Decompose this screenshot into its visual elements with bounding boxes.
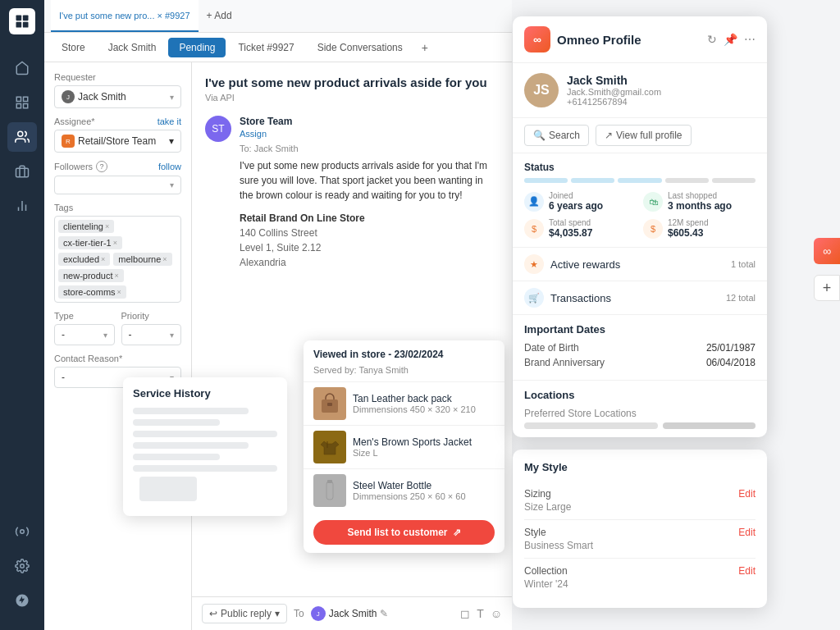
last-shopped-info: Last shopped 3 months ago [668,191,732,212]
sidebar-item-users[interactable] [7,122,37,152]
product-thumb-bag [313,387,346,420]
last-shopped-icon: 🛍 [643,192,663,212]
svg-rect-6 [24,104,28,108]
last-shopped-label: Last shopped [668,191,732,200]
tags-container[interactable]: clienteling × cx-tier-tier-1 × excluded … [54,216,181,303]
followers-label: Followers ? follow [54,161,181,172]
tag-close-icon: × [117,288,121,296]
tag-store-comms[interactable]: store-comms × [58,285,126,299]
svg-rect-9 [16,168,29,177]
requester-select[interactable]: J Jack Smith ▾ [54,85,181,108]
joined-value: 6 years ago [549,200,603,212]
sidebar-item-views[interactable] [7,88,37,117]
status-section: Status 👤 Joined 6 years ago 🛍 Last shopp… [513,153,767,248]
sh-line-1 [133,408,249,414]
reply-format-icon-1[interactable]: ◻ [460,607,470,620]
tag-close-icon: × [105,222,109,231]
tab-pending[interactable]: Pending [168,38,226,57]
tab-store[interactable]: Store [51,38,96,57]
product-item-jacket: Men's Brown Sports Jacket Size L [304,425,504,468]
sidebar-item-settings[interactable] [7,551,37,581]
reply-to-label: To [294,608,304,619]
more-icon[interactable]: ⋯ [744,33,756,46]
product-detail-bag: Dimmensions 450 × 320 × 210 [353,404,495,414]
loc-bar-1 [524,422,658,429]
last-shopped-value: 3 months ago [668,200,732,212]
tag-clienteling[interactable]: clienteling × [58,220,114,233]
reply-edit-icon[interactable]: ✎ [380,608,388,619]
sidebar-logo[interactable] [9,8,35,34]
preferred-locations-label: Preferred Store Locations [524,408,756,419]
add-panel-btn[interactable]: + [814,275,840,301]
main-ticket-tab[interactable]: I've put some new pro... × #9927 [51,0,199,32]
assignee-select[interactable]: R Retail/Store Team ▾ [54,130,181,153]
sidebar-item-reports[interactable] [7,191,37,221]
type-select[interactable]: - ▾ [54,324,115,345]
svg-rect-2 [16,22,22,28]
sizing-row: Sizing Edit Size Large [524,482,756,520]
tab-jack-smith[interactable]: Jack Smith [98,38,167,57]
sizing-edit-btn[interactable]: Edit [738,488,756,500]
joined-label: Joined [549,191,603,200]
transactions-count: 12 total [726,293,756,303]
view-full-profile-btn[interactable]: ↗ View full profile [596,125,691,146]
followers-chevron-icon: ▾ [170,180,174,189]
transactions-row[interactable]: 🛒 Transactions 12 total [513,281,767,315]
sidebar-item-home[interactable] [7,53,37,83]
omneo-sidebar-btn[interactable]: ∞ [814,238,840,264]
tag-melbourne[interactable]: melbourne × [113,253,171,266]
add-secondary-tab-btn[interactable]: + [415,38,435,57]
add-tab-btn[interactable]: + Add [199,0,240,32]
location-bars [524,422,756,429]
tag-new-product[interactable]: new-product × [58,269,124,282]
total-spend-icon: $ [524,219,544,239]
style-edit-btn[interactable]: Edit [738,527,756,538]
ticket-via: Via API [205,93,499,103]
collection-row: Collection Edit Winter '24 [524,559,756,596]
dob-row: Date of Birth 25/01/1987 [524,342,756,354]
sidebar-item-zendesk[interactable] [7,586,37,615]
follow-link[interactable]: follow [158,162,181,171]
assignee-label: Assignee* take it [54,116,181,126]
product-thumb-bottle [313,474,346,507]
reply-format-icon-2[interactable]: T [477,607,484,620]
pin-icon[interactable]: 📌 [724,33,737,46]
reply-emoji-icon[interactable]: ☺ [491,607,502,620]
search-profile-btn[interactable]: 🔍 Search [524,125,589,146]
send-list-btn[interactable]: Send list to customer ⇗ [313,520,495,545]
tab-ticket-number[interactable]: Ticket #9927 [227,38,304,57]
viewed-header: Viewed in store - 23/02/2024 [304,340,504,365]
dob-label: Date of Birth [524,342,579,354]
main-tab-bar: I've put some new pro... × #9927 + Add [44,0,512,33]
reply-user-avatar: J [311,606,326,621]
collection-edit-btn[interactable]: Edit [738,565,756,577]
refresh-icon[interactable]: ↻ [707,33,717,46]
requester-avatar: J [62,90,75,103]
tag-excluded[interactable]: excluded × [58,253,110,266]
take-it-link[interactable]: take it [158,116,181,126]
rewards-icon: ★ [524,254,544,274]
anniversary-value: 06/04/2018 [706,357,756,368]
sizing-key: Sizing [524,488,551,500]
stat-12m-spend: $ 12M spend $605.43 [643,218,756,239]
12m-spend-info: 12M spend $605.43 [668,218,708,239]
loc-bar-2 [663,422,756,429]
sidebar-item-organizations[interactable] [7,157,37,186]
tag-cx[interactable]: cx-tier-tier-1 × [58,236,122,249]
priority-chevron-icon: ▾ [170,331,174,340]
requester-chevron-icon: ▾ [170,93,174,102]
message-body: Store Team Assign To: Jack Smith I've pu… [240,116,499,270]
sh-line-6 [133,465,277,472]
priority-select[interactable]: - ▾ [121,324,182,345]
assign-link[interactable]: Assign [240,129,499,139]
viewed-served-by: Served by: Tanya Smith [304,365,504,381]
tab-side-conversations[interactable]: Side Conversations [307,38,413,57]
transactions-label: Transactions [550,292,726,304]
product-name-bottle: Steel Water Bottle [353,480,495,491]
reply-type-btn[interactable]: ↩ Public reply ▾ [202,604,287,623]
active-rewards-row[interactable]: ★ Active rewards 1 total [513,248,767,281]
followers-select[interactable]: ▾ [54,176,181,194]
sidebar-item-apps[interactable] [7,517,37,546]
stat-total-spend: $ Total spend $4,035.87 [524,218,637,239]
joined-icon: 👤 [524,192,544,212]
